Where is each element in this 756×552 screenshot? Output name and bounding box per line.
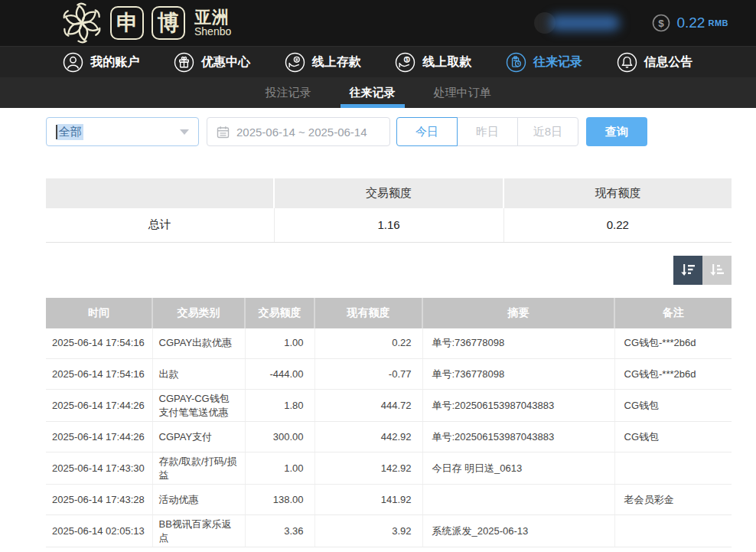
sort-ascending-button[interactable]	[702, 256, 732, 285]
table-cell: -0.77	[314, 359, 422, 390]
table-cell: 2025-06-14 17:43:30	[46, 452, 152, 485]
table-cell: 2025-06-14 17:54:16	[46, 328, 152, 359]
col-header-type: 交易类别	[152, 298, 245, 328]
table-cell: 单号:736778098	[422, 328, 614, 359]
table-cell: 2025-06-14 02:05:13	[46, 515, 152, 547]
table-cell: -444.00	[245, 359, 314, 390]
table-cell: 1.80	[245, 390, 314, 422]
nav-label: 优惠中心	[201, 54, 250, 70]
col-header-remarks: 备注	[614, 298, 732, 328]
table-cell: CG钱包-***2b6d	[614, 328, 732, 359]
search-button[interactable]: 查询	[586, 117, 647, 146]
nav-item-announcements[interactable]: 信息公告	[617, 52, 693, 73]
summary-header-balance: 现有额度	[503, 178, 732, 208]
table-cell: 0.22	[314, 328, 422, 359]
table-cell: CG钱包	[614, 390, 732, 422]
col-header-time: 时间	[46, 298, 152, 328]
tab-betting-records[interactable]: 投注记录	[256, 77, 321, 108]
nav-label: 我的账户	[90, 54, 139, 70]
today-button[interactable]: 今日	[396, 117, 458, 146]
yesterday-button[interactable]: 昨日	[457, 117, 518, 146]
table-row: 2025-06-14 17:43:28活动优惠138.00141.92老会员彩金	[46, 485, 732, 515]
table-row: 2025-06-14 17:54:16出款-444.00-0.77单号:7367…	[46, 359, 732, 390]
table-row: 2025-06-14 17:43:30存款/取款/打码/损益1.00142.92…	[46, 452, 732, 485]
logo-char-2: 博	[152, 6, 185, 40]
balance-amount: 0.22	[676, 15, 705, 31]
nav-item-online-withdrawal[interactable]: $ 线上取款	[395, 52, 471, 73]
table-cell: CGPAY-CG钱包支付笔笔送优惠	[152, 390, 245, 422]
table-cell: CG钱包-***2b6d	[614, 359, 732, 390]
table-cell: 141.92	[314, 485, 422, 515]
col-header-summary: 摘要	[422, 298, 614, 328]
tab-pending-orders[interactable]: 处理中订单	[425, 77, 500, 108]
sort-row	[46, 256, 732, 285]
table-cell: 老会员彩金	[614, 485, 732, 515]
balance-currency: RMB	[708, 18, 728, 28]
quick-date-group: 今日 昨日 近8日	[396, 117, 578, 146]
table-cell	[614, 452, 732, 485]
gift-icon	[174, 52, 194, 73]
table-cell: 2025-06-14 17:43:28	[46, 485, 152, 515]
table-cell: 存款/取款/打码/损益	[152, 452, 245, 485]
table-cell: 3.92	[314, 515, 422, 547]
table-cell: 442.92	[314, 422, 422, 452]
category-dropdown[interactable]: 全部	[46, 117, 199, 146]
records-table: 时间 交易类别 交易额度 现有额度 摘要 备注 2025-06-14 17:54…	[46, 298, 732, 548]
summary-total-row: 总计 1.16 0.22	[46, 208, 732, 242]
summary-transaction-total: 1.16	[274, 208, 503, 242]
records-clipboard-clock-icon	[506, 52, 526, 73]
table-cell: 1.00	[245, 328, 314, 359]
table-row: 2025-06-14 17:44:26CGPAY支付300.00442.92单号…	[46, 422, 732, 452]
calendar-icon	[217, 126, 230, 139]
sort-descending-icon	[679, 261, 697, 279]
table-cell: 活动优惠	[152, 485, 245, 515]
table-cell: 系统派发_2025-06-13	[422, 515, 614, 547]
table-cell: 出款	[152, 359, 245, 390]
table-cell: 2025-06-14 17:54:16	[46, 359, 152, 390]
logo[interactable]: 申 博 亚洲 Shenbo	[61, 2, 231, 44]
nav-label: 往来记录	[533, 54, 582, 70]
category-dropdown-value: 全部	[57, 124, 83, 140]
table-cell: 444.72	[314, 390, 422, 422]
summary-balance-total: 0.22	[503, 208, 732, 242]
nav-item-transaction-records[interactable]: 往来记录	[506, 52, 582, 73]
content: 全部 2025-06-14 ~ 2025-06-14 今日 昨日 近8日 查询	[0, 108, 756, 547]
sort-descending-button[interactable]	[673, 256, 702, 285]
table-cell	[614, 515, 732, 547]
main-nav: 我的账户 优惠中心 线上存款 $ 线上取款	[0, 46, 756, 77]
table-row: 2025-06-14 17:54:16CGPAY出款优惠1.000.22单号:7…	[46, 328, 732, 359]
table-cell: 142.92	[314, 452, 422, 485]
logo-region: 亚洲	[194, 8, 231, 26]
table-cell: 3.36	[245, 515, 314, 547]
date-range-input[interactable]: 2025-06-14 ~ 2025-06-14	[207, 117, 390, 146]
table-cell: 1.00	[245, 452, 314, 485]
dollar-circle-icon: $	[652, 14, 670, 32]
table-cell: 138.00	[245, 485, 314, 515]
sub-nav: 投注记录 往来记录 处理中订单	[0, 77, 756, 108]
username-blurred[interactable]	[549, 15, 620, 31]
nav-item-online-deposit[interactable]: 线上存款	[285, 52, 361, 73]
nav-label: 信息公告	[644, 54, 693, 70]
nav-label: 线上存款	[312, 54, 361, 70]
logo-subtitle: Shenbo	[194, 26, 231, 38]
tab-transaction-records[interactable]: 往来记录	[341, 77, 405, 108]
user-icon	[63, 52, 83, 73]
table-cell: 2025-06-14 17:44:26	[46, 422, 152, 452]
nav-item-my-account[interactable]: 我的账户	[63, 52, 139, 73]
table-cell: CGPAY出款优惠	[152, 328, 245, 359]
table-cell: 单号:202506153987043883	[422, 390, 614, 422]
last-8-days-button[interactable]: 近8日	[517, 117, 578, 146]
withdraw-hand-coin-icon: $	[395, 52, 415, 73]
deposit-hand-coin-icon	[285, 52, 305, 73]
summary-total-label: 总计	[46, 208, 274, 242]
topbar: 申 博 亚洲 Shenbo $ 0.22 RMB	[0, 0, 756, 46]
nav-item-promotions[interactable]: 优惠中心	[174, 52, 250, 73]
summary-header-transaction: 交易额度	[274, 178, 503, 208]
table-cell: 单号:736778098	[422, 359, 614, 390]
table-cell: 300.00	[245, 422, 314, 452]
logo-char-1: 申	[110, 6, 144, 40]
summary-header-empty	[46, 178, 274, 208]
svg-text:$: $	[406, 57, 409, 63]
nav-label: 线上取款	[422, 54, 471, 70]
chevron-down-icon	[180, 129, 189, 135]
